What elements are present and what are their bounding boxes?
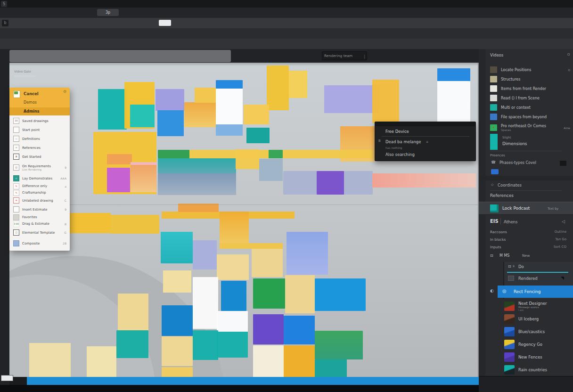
- app-menu-item[interactable]: 30 Saved drawings: [9, 116, 70, 125]
- active-render-row[interactable]: ◎ Rect Fencing: [498, 286, 573, 298]
- canvas-block[interactable]: [246, 128, 270, 143]
- canvas-block[interactable]: [193, 240, 217, 270]
- canvas-block[interactable]: [217, 332, 248, 358]
- canvas-block[interactable]: [315, 359, 347, 377]
- canvas-block[interactable]: [158, 158, 236, 173]
- canvas-block[interactable]: [163, 270, 191, 293]
- thumbnail-row[interactable]: UI Iceberg: [479, 312, 573, 325]
- canvas-block[interactable]: [87, 346, 116, 377]
- browser-row[interactable]: Multi or context: [479, 103, 573, 112]
- canvas-block[interactable]: [217, 311, 248, 332]
- app-menu-item[interactable]: Composite 28: [9, 238, 70, 249]
- browser-row[interactable]: Structures: [479, 74, 573, 84]
- tooltip-item[interactable]: Dead ba melange: [385, 139, 421, 144]
- canvas-block[interactable]: [283, 150, 372, 158]
- file-icon[interactable]: b: [2, 20, 8, 26]
- canvas-block[interactable]: [162, 336, 193, 366]
- thumbnail-row[interactable]: New Fences: [479, 351, 573, 363]
- canvas-block[interactable]: [437, 68, 470, 81]
- canvas-block[interactable]: [253, 345, 284, 377]
- canvas-block[interactable]: [216, 80, 243, 89]
- canvas-block[interactable]: [69, 213, 111, 233]
- app-menu-item[interactable]: ≣ Get Started: [9, 152, 70, 161]
- thumbnail-row[interactable]: Rain countries: [479, 363, 573, 376]
- tooltip-title[interactable]: Free Device: [385, 129, 409, 134]
- canvas-block[interactable]: [324, 85, 379, 113]
- canvas-block[interactable]: [107, 154, 132, 164]
- canvas-block[interactable]: [158, 150, 189, 158]
- app-menu-item[interactable]: ▭ Definitions: [9, 134, 70, 143]
- property-row[interactable]: In blocks Tan Go: [479, 236, 573, 243]
- property-row[interactable]: Inputs Sort CO: [479, 243, 573, 251]
- rendered-row-label[interactable]: Rendered: [518, 276, 538, 281]
- canvas-block[interactable]: [284, 345, 315, 377]
- canvas-block[interactable]: [372, 80, 399, 123]
- canvas-block[interactable]: [244, 105, 269, 124]
- mini-toolbar-new[interactable]: New: [522, 253, 530, 258]
- preferences-row[interactable]: Phases-types Covel: [499, 161, 536, 165]
- canvas-block[interactable]: [315, 278, 366, 311]
- app-menu-item[interactable]: Insert Estimate 9: [9, 205, 70, 214]
- canvas-block[interactable]: [216, 124, 243, 136]
- browser-row[interactable]: Locate Positions O: [479, 65, 573, 74]
- canvas-block[interactable]: [118, 294, 148, 331]
- canvas-block[interactable]: [317, 171, 344, 195]
- canvas-block[interactable]: [253, 278, 285, 309]
- canvas-block[interactable]: [284, 316, 315, 344]
- canvas-block[interactable]: [193, 330, 218, 360]
- canvas-block[interactable]: [259, 159, 283, 181]
- gear-icon[interactable]: ⚙: [63, 90, 66, 94]
- do-row-label[interactable]: Do: [518, 264, 524, 269]
- app-menu-selected-row[interactable]: Admins: [9, 107, 70, 115]
- canvas-block[interactable]: [161, 232, 193, 263]
- canvas-block[interactable]: [252, 249, 283, 277]
- canvas-block[interactable]: [220, 212, 249, 243]
- app-menu-item[interactable]: Favorites: [9, 214, 70, 220]
- canvas-block[interactable]: [193, 277, 218, 329]
- canvas-block[interactable]: [98, 89, 127, 130]
- browser-row[interactable]: Read () I from Scene: [479, 93, 573, 103]
- swatch-box-icon[interactable]: [159, 20, 171, 26]
- preferences-row-button[interactable]: [560, 161, 566, 166]
- thumbnail-row[interactable]: Next Designer Message scores I am: [479, 300, 573, 312]
- coordinates-section[interactable]: Coordinates: [498, 183, 522, 188]
- canvas-block[interactable]: [162, 305, 193, 336]
- canvas-block[interactable]: [130, 105, 155, 127]
- canvas-block[interactable]: [157, 110, 184, 136]
- thumbnail-row[interactable]: Regency Go: [479, 338, 573, 351]
- canvas-block[interactable]: [162, 367, 193, 377]
- canvas-block[interactable]: [286, 232, 328, 275]
- canvas-block[interactable]: [158, 173, 236, 195]
- canvas-block[interactable]: [269, 150, 283, 158]
- viewport-canvas[interactable]: Video Gate: [9, 63, 479, 377]
- app-menu-item[interactable]: ▤ On Requirements Live Rendering 9: [9, 161, 70, 174]
- canvas-block[interactable]: [29, 343, 71, 377]
- canvas-block[interactable]: [131, 165, 156, 192]
- canvas-block[interactable]: [220, 243, 283, 249]
- canvas-block[interactable]: [156, 89, 184, 111]
- references-section[interactable]: References: [490, 193, 514, 198]
- mode-pill[interactable]: 3p: [97, 9, 119, 16]
- canvas-block[interactable]: [111, 215, 159, 234]
- canvas-block[interactable]: [107, 168, 130, 192]
- app-menu-subtitle[interactable]: Demos: [24, 100, 37, 105]
- canvas-block[interactable]: [267, 65, 289, 110]
- app-menu-item[interactable]: ▱ Lay Demonstrates AAA: [9, 174, 70, 183]
- app-menu-item[interactable]: Start point: [9, 125, 70, 134]
- canvas-block[interactable]: [289, 71, 307, 98]
- canvas-block[interactable]: [372, 173, 476, 188]
- search-input[interactable]: Rendering team |: [322, 51, 367, 60]
- type-swatch[interactable]: [490, 134, 498, 150]
- app-menu-item[interactable]: ✎ Craftsmanship: [9, 189, 70, 196]
- tooltip-item-2[interactable]: Also searching: [385, 152, 415, 157]
- thumbnail-row[interactable]: Blue/caustics: [479, 325, 573, 338]
- app-menu-item[interactable]: 3:90 Drag & Estimate B: [9, 220, 70, 227]
- app-menu-item[interactable]: ◫ Elemental Template G: [9, 227, 70, 238]
- browser-row[interactable]: File spaces from beyond: [479, 112, 573, 122]
- corner-white-box[interactable]: [1, 375, 13, 381]
- canvas-block[interactable]: [116, 330, 148, 358]
- browser-row[interactable]: • Pro northeast Or Comes Spaces Ame: [479, 122, 573, 134]
- app-menu-title[interactable]: Cancel: [24, 91, 39, 96]
- canvas-block[interactable]: [236, 149, 259, 169]
- canvas-block[interactable]: [285, 275, 315, 313]
